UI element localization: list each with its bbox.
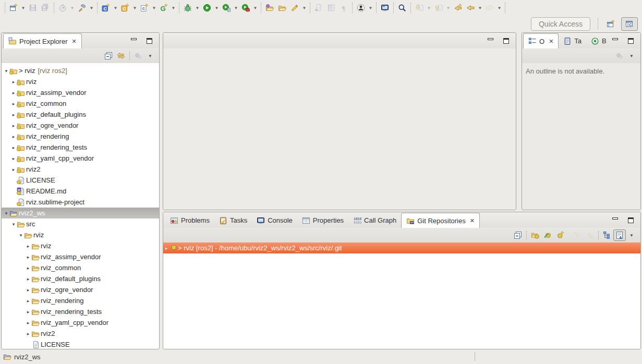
tree-item[interactable]: ▸rviz2	[2, 328, 159, 339]
collapse-all-button[interactable]	[102, 50, 115, 62]
search-button[interactable]	[396, 2, 408, 14]
new-c-source-file-button[interactable]: c	[138, 2, 151, 14]
maximize-button[interactable]	[624, 35, 637, 46]
push-button[interactable]	[584, 229, 596, 241]
tree-item[interactable]: rviz.sublime-project	[2, 197, 159, 208]
back-dropdown[interactable]: ▼	[477, 2, 483, 14]
expand-arrow[interactable]: ▸	[25, 320, 31, 325]
tree-item-selected[interactable]: ▾rviz2_ws	[2, 208, 159, 219]
new-cpp-project-button[interactable]: C	[119, 2, 131, 14]
collapse-all-button[interactable]	[512, 229, 524, 241]
expand-arrow[interactable]: ▾	[3, 68, 9, 74]
focus-on-task-button[interactable]	[613, 50, 626, 62]
tree-item[interactable]: ▸rviz_default_plugins	[2, 109, 159, 120]
new-cpp-class-button[interactable]: C	[100, 2, 112, 14]
tree-item[interactable]: ▸rviz	[2, 76, 159, 87]
tree-item[interactable]: ▸rviz_rendering_tests	[2, 142, 159, 153]
tree-item[interactable]: ▸rviz_yaml_cpp_vendor	[2, 317, 159, 328]
expand-arrow[interactable]: ▸	[10, 156, 17, 161]
tree-item[interactable]: ▸rviz_common	[2, 262, 159, 273]
save-all-button[interactable]	[39, 2, 52, 14]
close-icon[interactable]: ✕	[549, 38, 553, 45]
previous-annotation-button[interactable]	[432, 2, 445, 14]
tree-item[interactable]: ▸rviz_default_plugins	[2, 273, 159, 284]
user-profile-button[interactable]	[355, 2, 367, 14]
tree-item[interactable]: ▾> rviz[rviz ros2]	[2, 65, 159, 76]
tree-item[interactable]: ▸rviz	[2, 240, 159, 251]
view-menu-button[interactable]: ▼	[626, 233, 637, 238]
expand-arrow[interactable]: ▸	[25, 265, 31, 271]
run-dropdown[interactable]: ▼	[213, 2, 220, 14]
view-menu-button[interactable]: ▼	[626, 54, 637, 58]
tab-properties[interactable]: Properties	[297, 213, 348, 228]
hierarchical-layout-button[interactable]	[601, 229, 613, 241]
next-annotation-button[interactable]	[413, 2, 426, 14]
last-edit-location-button[interactable]	[312, 2, 325, 14]
open-folder-button[interactable]	[276, 2, 288, 14]
tree-item[interactable]: ▸rviz2	[2, 164, 159, 175]
build-dropdown[interactable]: ▼	[88, 2, 95, 14]
tab-call-graph[interactable]: 10100101Call Graph	[348, 213, 401, 228]
expand-arrow[interactable]: ▸	[25, 331, 31, 336]
tab-problems[interactable]: Problems	[165, 213, 214, 228]
external-tools-dropdown[interactable]: ▼	[252, 2, 259, 14]
highlighter-button[interactable]	[288, 2, 301, 14]
maximize-button[interactable]	[624, 215, 637, 225]
expand-arrow[interactable]: ▸	[163, 246, 169, 251]
import-projects-button[interactable]	[263, 2, 276, 14]
profile-dropdown[interactable]: ▼	[69, 2, 76, 14]
add-repository-button[interactable]	[529, 229, 541, 241]
save-button[interactable]	[27, 2, 39, 14]
minimize-button[interactable]	[608, 215, 622, 225]
expand-arrow[interactable]: ▸	[10, 134, 17, 139]
close-icon[interactable]: ✕	[470, 217, 475, 224]
tab-git-repositories[interactable]: GITGit Repositories✕	[401, 213, 480, 228]
tree-item[interactable]: ▸rviz_assimp_vendor	[2, 251, 159, 262]
tab-outline[interactable]: O ✕	[523, 33, 559, 48]
profile-as-dropdown[interactable]: ▼	[233, 2, 239, 14]
minimize-button[interactable]	[127, 35, 140, 46]
tree-item[interactable]: ▸rviz_ogre_vendor	[2, 120, 159, 131]
new-cpp-class-dropdown[interactable]: ▼	[112, 2, 119, 14]
tree-item[interactable]: ▸rviz_rendering_tests	[2, 306, 159, 317]
expand-arrow[interactable]: ▸	[25, 254, 31, 260]
go-to-last-edit-button[interactable]	[452, 2, 464, 14]
expand-arrow[interactable]: ▸	[25, 244, 31, 249]
tree-item[interactable]: ▾rviz	[2, 229, 159, 240]
highlighter-dropdown[interactable]: ▼	[301, 2, 308, 14]
tab-console[interactable]: Console	[252, 213, 297, 228]
expand-arrow[interactable]: ▸	[10, 112, 17, 117]
tree-item[interactable]: ▸rviz_common	[2, 98, 159, 109]
block-selection-button[interactable]	[325, 2, 337, 14]
open-terminal-button[interactable]	[379, 2, 391, 14]
new-wizard-button[interactable]	[7, 2, 20, 14]
profile-button[interactable]	[56, 2, 69, 14]
new-c-source-file-dropdown[interactable]: ▼	[151, 2, 158, 14]
tree-item[interactable]: ▸rviz_yaml_cpp_vendor	[2, 153, 159, 164]
expand-arrow[interactable]: ▸	[25, 276, 31, 282]
show-whitespace-button[interactable]: ¶	[337, 2, 350, 14]
tab-project-explorer[interactable]: Project Explorer ✕	[3, 33, 82, 48]
new-wizard-dropdown[interactable]: ▼	[20, 2, 27, 14]
tree-item[interactable]: LICENSE	[2, 339, 159, 349]
run-button[interactable]	[201, 2, 213, 14]
tree-item[interactable]: ▾src	[2, 219, 159, 229]
minimize-button[interactable]	[608, 35, 622, 46]
expand-arrow[interactable]: ▸	[25, 298, 31, 304]
cpp-perspective-button[interactable]: C	[621, 17, 638, 31]
next-annotation-dropdown[interactable]: ▼	[426, 2, 432, 14]
tree-item[interactable]: LICENSE	[2, 175, 159, 186]
debug-button[interactable]	[181, 2, 194, 14]
close-icon[interactable]: ✕	[71, 38, 76, 45]
build-all-button[interactable]	[76, 2, 88, 14]
pull-button[interactable]	[571, 229, 584, 241]
link-with-editor-button[interactable]	[115, 50, 127, 62]
repository-groups-button[interactable]: A	[613, 229, 626, 241]
forward-button[interactable]	[483, 2, 496, 14]
expand-arrow[interactable]: ▾	[3, 211, 9, 216]
user-profile-dropdown[interactable]: ▼	[367, 2, 374, 14]
create-repository-button[interactable]	[554, 229, 566, 241]
expand-arrow[interactable]: ▾	[10, 222, 17, 227]
forward-dropdown[interactable]: ▼	[496, 2, 503, 14]
minimize-button[interactable]	[483, 35, 497, 46]
